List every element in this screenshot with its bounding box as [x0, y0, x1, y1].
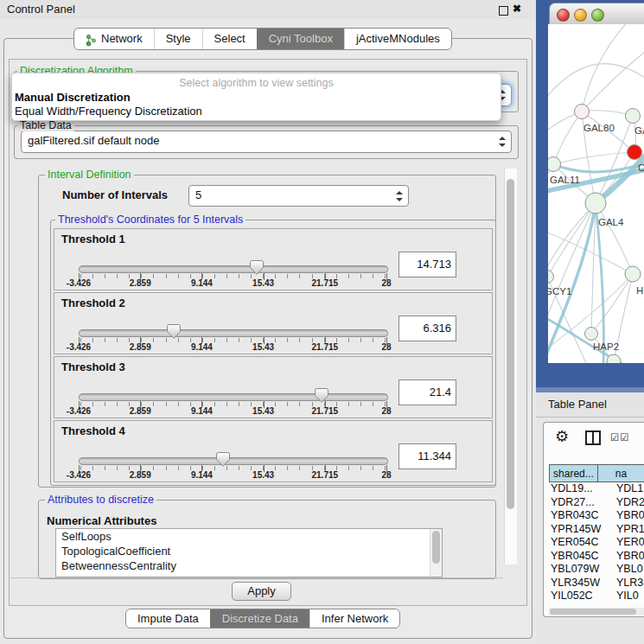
cell-name[interactable]: YER0 [614, 536, 644, 550]
threshold-slider-thumb[interactable] [250, 260, 264, 275]
table-data-title: Table Data [17, 119, 74, 131]
table-row[interactable]: YBL079WYBL0 [549, 563, 644, 577]
float-window-icon[interactable] [499, 6, 508, 16]
table-rows[interactable]: YDL19...YDL1YDR27...YDR2YBR043CYBR0YPR14… [549, 482, 644, 603]
node-table-container: ⚙ ☑☑ shared...na YDL19...YDL1YDR27...YDR… [543, 422, 644, 617]
attribute-list-item[interactable]: BetweennessCentrality [56, 558, 442, 573]
threshold-value-field[interactable]: 11.344 [399, 443, 456, 469]
tab-jactivemnodules[interactable]: jActiveMNodules [344, 29, 451, 49]
cyni-bottom-tabbar: Impute DataDiscretize DataInfer Network [125, 609, 400, 628]
threshold-slider-track[interactable] [79, 265, 388, 273]
cell-shared-name[interactable]: YDR27... [549, 496, 614, 510]
control-panel: Control Panel ✖ NetworkStyleSelectCyni T… [0, 0, 536, 644]
tab-cyni-toolbox[interactable]: Cyni Toolbox [257, 29, 344, 49]
svg-text:HAP2: HAP2 [593, 341, 619, 352]
cell-shared-name[interactable]: YLR345W [549, 577, 614, 590]
slider-tick-label: 2.859 [130, 470, 151, 480]
threshold-panel: Threshold 2-3.4262.8599.14415.4321.71528… [54, 292, 493, 354]
cell-shared-name[interactable]: YDL19... [549, 482, 614, 496]
apply-button[interactable]: Apply [232, 582, 291, 601]
table-header-row[interactable]: shared...na [549, 464, 644, 482]
control-panel-titlebar: Control Panel [0, 0, 536, 19]
table-settings-gear-icon[interactable]: ⚙ [555, 427, 569, 446]
table-row[interactable]: YBR045CYBR0 [549, 550, 644, 564]
combobox-arrows-icon [396, 191, 404, 201]
table-row[interactable]: YIL052CYIL0 [549, 590, 644, 603]
attribute-list-item[interactable]: SelfLoops [56, 529, 442, 544]
slider-tick-label: 15.43 [252, 342, 274, 352]
cell-name[interactable]: YBL0 [614, 563, 643, 577]
slider-tick-label: 15.43 [252, 406, 274, 416]
tab-label: Infer Network [322, 609, 388, 628]
cell-name[interactable]: YPR1 [614, 523, 644, 537]
cell-shared-name[interactable]: YBR045C [549, 550, 614, 564]
select-all-checkboxes-icon[interactable]: ☑☑ [610, 431, 630, 443]
cell-name[interactable]: YBR0 [614, 550, 644, 564]
close-traffic-light-icon[interactable] [557, 9, 570, 22]
column-selector-icon[interactable] [585, 430, 601, 445]
panel-scrollbar[interactable] [504, 169, 517, 564]
table-row[interactable]: YBR043CYBR0 [549, 509, 644, 523]
tab-label: Impute Data [137, 609, 199, 628]
tab-network[interactable]: Network [74, 29, 154, 49]
list-scrollbar[interactable] [430, 529, 442, 577]
table-panel-titlebar: Table Panel [536, 392, 644, 418]
attribute-list-item[interactable]: TopologicalCoefficient [56, 544, 442, 558]
table-data-combobox[interactable]: galFiltered.sif default node [21, 131, 512, 153]
threshold-label: Threshold 4 [61, 424, 125, 437]
slider-tick-label: 28 [381, 470, 391, 480]
minimize-traffic-light-icon[interactable] [574, 9, 587, 22]
threshold-slider-thumb[interactable] [216, 452, 230, 467]
column-header[interactable]: shared... [549, 464, 598, 482]
cell-name[interactable]: YDR2 [614, 496, 644, 510]
cell-shared-name[interactable]: YIL052C [549, 590, 614, 603]
tab-infer-network[interactable]: Infer Network [309, 609, 399, 628]
network-view-canvas[interactable]: GAL80GACGAL11GAL4GCY1HHAP2 [548, 24, 644, 363]
cell-shared-name[interactable]: YBL079W [549, 563, 614, 577]
network-graph: GAL80GACGAL11GAL4GCY1HHAP2 [548, 24, 644, 363]
threshold-value-field[interactable]: 21.4 [399, 379, 456, 405]
cell-name[interactable]: YIL0 [614, 590, 639, 603]
svg-text:H: H [636, 285, 643, 296]
threshold-value-field[interactable]: 6.316 [399, 316, 456, 341]
algorithm-option[interactable]: Manual Discretization [15, 91, 131, 104]
algorithm-dropdown-popup: Select algorithm to view settings Manual… [11, 73, 501, 121]
tab-discretize-data[interactable]: Discretize Data [210, 609, 309, 628]
cell-name[interactable]: YLR3 [614, 577, 643, 590]
threshold-slider-track[interactable] [79, 393, 388, 401]
node-attribute-table[interactable]: shared...na YDL19...YDL1YDR27...YDR2YBR0… [549, 464, 644, 604]
cell-shared-name[interactable]: YPR145W [549, 523, 614, 537]
tab-select[interactable]: Select [202, 29, 257, 49]
threshold-label: Threshold 1 [61, 233, 125, 245]
tab-style[interactable]: Style [154, 29, 202, 49]
column-header[interactable]: na [598, 464, 644, 482]
close-icon[interactable]: ✖ [513, 3, 521, 15]
table-row[interactable]: YER054CYER0 [549, 536, 644, 550]
threshold-panel: Threshold 3-3.4262.8599.14415.4321.71528… [54, 356, 493, 418]
table-horizontal-scrollbar[interactable] [549, 608, 644, 615]
network-window-titlebar[interactable] [549, 3, 644, 26]
table-row[interactable]: YLR345WYLR3 [549, 577, 644, 590]
algorithm-option[interactable]: Equal Width/Frequency Discretization [15, 105, 202, 118]
threshold-slider-thumb[interactable] [167, 324, 181, 339]
cell-name[interactable]: YBR0 [614, 509, 644, 523]
zoom-traffic-light-icon[interactable] [591, 9, 604, 22]
threshold-slider-track[interactable] [79, 457, 388, 465]
threshold-value-field[interactable]: 14.713 [399, 252, 456, 277]
cell-shared-name[interactable]: YBR043C [549, 509, 614, 523]
tab-label: Style [166, 29, 191, 49]
slider-tick-label: 28 [381, 406, 391, 416]
table-row[interactable]: YPR145WYPR1 [549, 523, 644, 537]
table-row[interactable]: YDR27...YDR2 [549, 496, 644, 510]
tab-impute-data[interactable]: Impute Data [126, 609, 210, 628]
threshold-panel: Threshold 4-3.4262.8599.14415.4321.71528… [54, 420, 493, 482]
control-panel-tabbar: NetworkStyleSelectCyni ToolboxjActiveMNo… [73, 28, 452, 50]
cell-name[interactable]: YDL1 [614, 482, 643, 496]
threshold-slider-track[interactable] [79, 329, 388, 337]
threshold-slider-thumb[interactable] [315, 388, 328, 403]
number-of-intervals-combobox[interactable]: 5 [188, 185, 409, 207]
cell-shared-name[interactable]: YER054C [549, 536, 614, 550]
numerical-attributes-list[interactable]: SelfLoopsTopologicalCoefficientBetweenne… [55, 528, 443, 577]
tab-label: Select [214, 29, 245, 49]
table-row[interactable]: YDL19...YDL1 [549, 482, 644, 496]
